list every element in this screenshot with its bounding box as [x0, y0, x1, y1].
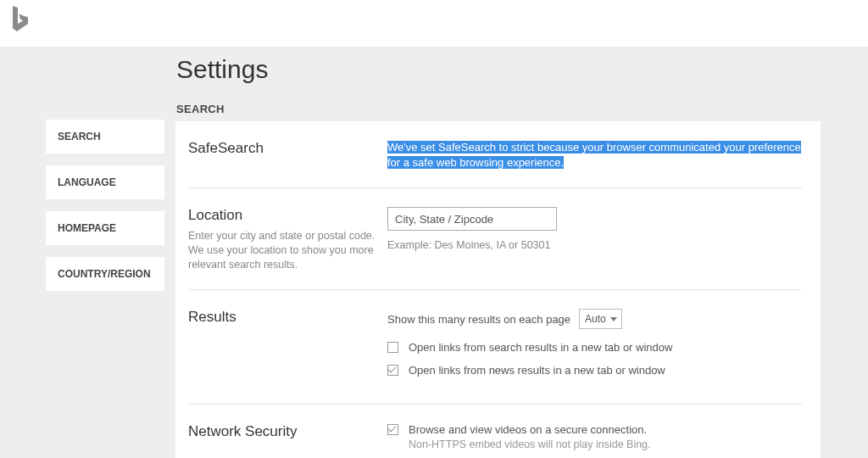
- network-title: Network Security: [188, 423, 376, 440]
- location-title: Location: [188, 207, 376, 224]
- bing-logo-icon: [10, 5, 31, 37]
- safesearch-notice-highlighted[interactable]: We've set SafeSearch to strict because y…: [387, 141, 801, 169]
- group-network-security: Network Security Browse and view videos …: [188, 404, 802, 458]
- open-news-new-tab-checkbox[interactable]: [387, 365, 398, 376]
- results-per-page-label: Show this many results on each page: [387, 313, 570, 326]
- page-title: Settings: [176, 55, 268, 84]
- safesearch-title: SafeSearch: [188, 140, 376, 157]
- topbar: [0, 0, 868, 47]
- location-desc: Enter your city and state or postal code…: [188, 229, 376, 272]
- sidebar-item-country[interactable]: COUNTRY/REGION: [46, 257, 164, 291]
- secure-connection-label: Browse and view videos on a secure conne…: [409, 423, 651, 438]
- location-example: Example: Des Moines, IA or 50301: [387, 239, 802, 251]
- results-title: Results: [188, 309, 376, 326]
- secure-connection-checkbox[interactable]: [387, 424, 398, 435]
- open-search-new-tab-checkbox[interactable]: [387, 342, 398, 353]
- results-per-page-value: Auto: [585, 313, 606, 325]
- settings-panel: SafeSearch We've set SafeSearch to stric…: [175, 121, 821, 458]
- sidebar-item-homepage[interactable]: HOMEPAGE: [46, 211, 164, 245]
- open-search-new-tab-label: Open links from search results in a new …: [409, 341, 672, 355]
- sidebar-item-language[interactable]: LANGUAGE: [46, 165, 164, 199]
- sidebar: SEARCH LANGUAGE HOMEPAGE COUNTRY/REGION: [46, 120, 164, 303]
- results-per-page-select[interactable]: Auto: [579, 309, 622, 329]
- sidebar-item-search[interactable]: SEARCH: [46, 120, 164, 154]
- group-safesearch: SafeSearch We've set SafeSearch to stric…: [188, 121, 802, 187]
- open-news-new-tab-label: Open links from news results in a new ta…: [409, 364, 665, 378]
- section-heading: SEARCH: [176, 103, 225, 115]
- page-body: Settings SEARCH SEARCH LANGUAGE HOMEPAGE…: [0, 47, 868, 458]
- group-results: Results Show this many results on each p…: [188, 289, 802, 404]
- group-location: Location Enter your city and state or po…: [188, 187, 802, 289]
- secure-connection-sub: Non-HTTPS embed videos will not play ins…: [409, 438, 651, 451]
- location-input[interactable]: [387, 207, 557, 231]
